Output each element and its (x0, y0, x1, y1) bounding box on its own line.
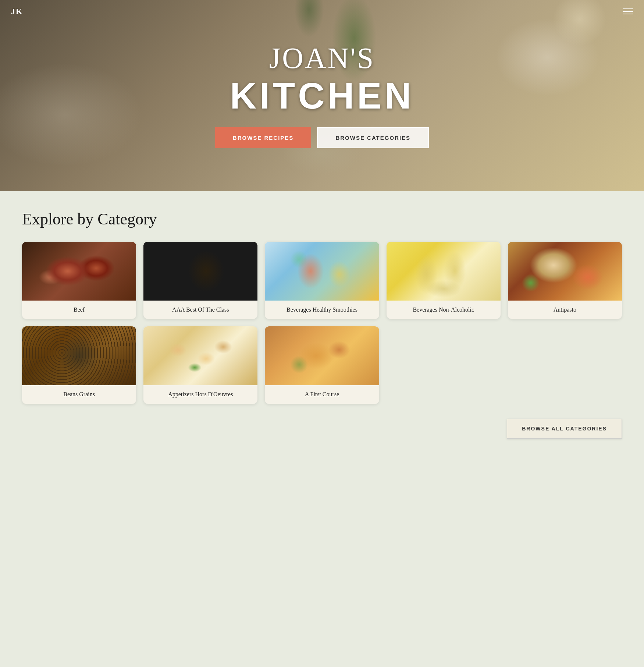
hamburger-menu[interactable] (623, 8, 633, 14)
category-label-antipasto: Antipasto (508, 301, 622, 319)
hamburger-line-3 (623, 14, 633, 14)
category-card-beverages-non[interactable]: Beverages Non-Alcoholic (387, 242, 501, 319)
browse-recipes-button[interactable]: BROWSE RECIPES (215, 127, 312, 148)
hamburger-line-2 (623, 11, 633, 12)
hamburger-line-1 (623, 8, 633, 9)
bottom-row: BROWSE ALL CATEGORIES (22, 419, 622, 439)
section-title: Explore by Category (22, 210, 622, 228)
category-label-appetizers: Appetizers Hors D'Oeuvres (143, 385, 257, 404)
category-card-aaa[interactable]: AAA Best Of The Class (143, 242, 257, 319)
hero-title-line2: KITCHEN (230, 77, 414, 114)
category-label-beef: Beef (22, 301, 136, 319)
hero-section: JK JOAN'S KITCHEN BROWSE RECIPES BROWSE … (0, 0, 644, 191)
hero-buttons: BROWSE RECIPES BROWSE CATEGORIES (215, 127, 429, 148)
category-card-antipasto[interactable]: Antipasto (508, 242, 622, 319)
main-content: Explore by Category Beef AAA Best Of The… (0, 191, 644, 461)
category-image-antipasto (508, 242, 622, 301)
category-image-aaa (143, 242, 257, 301)
category-image-first-course (265, 326, 379, 385)
category-image-beef (22, 242, 136, 301)
hero-content: JOAN'S KITCHEN BROWSE RECIPES BROWSE CAT… (0, 0, 644, 191)
hero-title-line1: JOAN'S (269, 43, 375, 73)
navbar: JK (0, 0, 644, 23)
category-grid-row1: Beef AAA Best Of The Class Beverages Hea… (22, 242, 622, 319)
category-label-aaa: AAA Best Of The Class (143, 301, 257, 319)
browse-all-categories-button[interactable]: BROWSE ALL CATEGORIES (507, 419, 622, 439)
category-card-beverages-healthy[interactable]: Beverages Healthy Smoothies (265, 242, 379, 319)
category-grid-row2: Beans Grains Appetizers Hors D'Oeuvres A… (22, 326, 622, 404)
category-image-appetizers (143, 326, 257, 385)
category-image-beverages-healthy (265, 242, 379, 301)
browse-categories-button[interactable]: BROWSE CATEGORIES (317, 127, 429, 148)
category-card-appetizers[interactable]: Appetizers Hors D'Oeuvres (143, 326, 257, 404)
site-logo: JK (11, 7, 23, 16)
category-label-beverages-healthy: Beverages Healthy Smoothies (265, 301, 379, 319)
category-card-beef[interactable]: Beef (22, 242, 136, 319)
category-label-beverages-non: Beverages Non-Alcoholic (387, 301, 501, 319)
category-label-first-course: A First Course (265, 385, 379, 404)
category-card-beans[interactable]: Beans Grains (22, 326, 136, 404)
category-image-beverages-non (387, 242, 501, 301)
category-label-beans: Beans Grains (22, 385, 136, 404)
category-image-beans (22, 326, 136, 385)
category-card-first-course[interactable]: A First Course (265, 326, 379, 404)
